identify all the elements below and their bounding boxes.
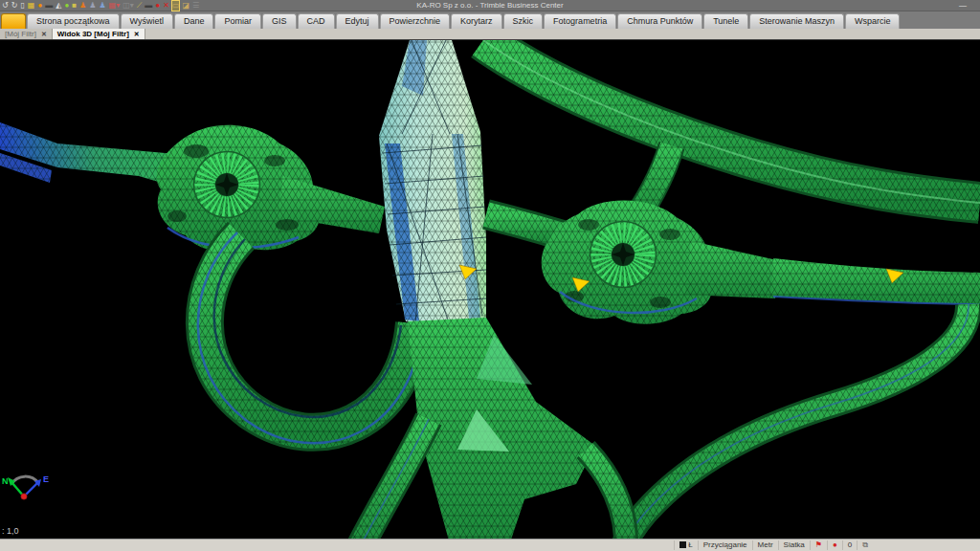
ribbon-tab-powierzchnie[interactable]: Powierzchnie (380, 13, 451, 29)
ribbon-tab-strona-poczatkowa[interactable]: Strona początkowa (27, 13, 120, 29)
cube-icon[interactable]: ■ (72, 1, 77, 11)
southwest-loop-ramp-mesh (198, 232, 422, 443)
record-status-icon[interactable]: ● (827, 540, 842, 550)
quick-access-toolbar: ↺ ↻ ▯ ▦ ● ▬ ◭ ● ■ ♟ ♟ ♟ ▦▾ ◫▾ ⟋ ▬ ● ✕ ▭ … (2, 0, 199, 11)
device-pane-icon[interactable]: ▬ (45, 1, 53, 11)
document-tab-bar: [Mój Filtr] ✕ Widok 3D [Mój Filtr] ✕ (0, 29, 980, 40)
ribbon-tab-sterowanie-maszyn[interactable]: Sterowanie Maszyn (749, 13, 844, 29)
document-tab-label: Widok 3D [Mój Filtr] (57, 30, 129, 38)
group-icon[interactable]: ♟ (89, 1, 96, 11)
vertical-exaggeration-readout: : 1,0 (2, 526, 19, 536)
new-project-icon[interactable]: ▯ (20, 1, 24, 11)
axis-north-label: N (2, 476, 9, 486)
view-3d-canvas[interactable]: N E : 1,0 (0, 40, 980, 539)
app-menu-button[interactable] (1, 13, 26, 29)
pane-layout-icon[interactable]: ⧉ (857, 540, 873, 550)
drafting-icon[interactable]: ◭ (56, 1, 61, 11)
axis-east-label: E (43, 474, 49, 484)
ribbon-tab-gis[interactable]: GIS (262, 13, 297, 29)
import-icon[interactable]: ● (37, 1, 42, 11)
ribbon-tab-fotogrametria[interactable]: Fotogrametria (544, 13, 616, 29)
ribbon-tab-row: Strona początkowa Wyświetl Dane Pomiar G… (0, 11, 980, 29)
ribbon-tab-korytarz[interactable]: Korytarz (451, 13, 502, 29)
close-icon[interactable]: ✕ (41, 31, 47, 38)
ribbon-tab-edytuj[interactable]: Edytuj (336, 13, 379, 29)
ribbon-tab-tunele[interactable]: Tunele (703, 13, 748, 29)
ribbon-tab-wsparcie[interactable]: Wsparcie (845, 13, 901, 29)
layer-label: Ł (688, 540, 692, 549)
status-bar: Ł Przyciąganie Metr Siatka ⚑ ● 0 ⧉ (0, 539, 980, 551)
flag-icon[interactable]: ⚑ (810, 540, 827, 550)
record-icon[interactable]: ● (155, 1, 160, 11)
document-tab-moj-filtr[interactable]: [Mój Filtr] ✕ (0, 29, 53, 39)
team-icon[interactable]: ♟ (99, 1, 105, 11)
minimize-button[interactable]: — (957, 1, 969, 10)
northeast-ramp-mesh (483, 40, 980, 224)
axis-orientation-gizmo: N E (2, 474, 49, 499)
view-grid-dropdown-icon[interactable]: ▦▾ (109, 1, 121, 11)
close-icon[interactable]: ✕ (134, 31, 140, 38)
save-icon[interactable]: ▦ (28, 1, 35, 11)
layer-color-swatch (679, 541, 686, 548)
ribbon-tab-wyswietl[interactable]: Wyświetl (121, 13, 173, 29)
layer-indicator[interactable]: Ł (674, 540, 698, 550)
document-tab-label: [Mój Filtr] (5, 30, 36, 38)
document-tab-widok-3d[interactable]: Widok 3D [Mój Filtr] ✕ (53, 29, 145, 39)
notification-count[interactable]: 0 (842, 540, 857, 550)
interchange-surface-model[interactable]: N E : 1,0 (0, 40, 980, 539)
list-icon[interactable]: ☰ (192, 1, 199, 11)
ribbon-tab-cad[interactable]: CAD (298, 13, 335, 29)
ribbon-tab-chmura-punktow[interactable]: Chmura Punktów (617, 13, 702, 29)
select-rectangle-icon[interactable]: ▭ (172, 1, 180, 11)
ribbon-tab-dane[interactable]: Dane (174, 13, 214, 29)
scene-icon[interactable]: ◪ (182, 1, 189, 11)
delete-icon[interactable]: ✕ (163, 1, 169, 11)
right-roundabout-mesh (542, 200, 777, 323)
point-icon[interactable]: ● (64, 1, 69, 11)
grid-toggle[interactable]: Siatka (778, 540, 810, 550)
trimble-business-center-window: ↺ ↻ ▯ ▦ ● ▬ ◭ ● ■ ♟ ♟ ♟ ▦▾ ◫▾ ⟋ ▬ ● ✕ ▭ … (0, 0, 980, 551)
ribbon-tab-pomiar[interactable]: Pomiar (214, 13, 261, 29)
ribbon-tab-szkic[interactable]: Szkic (503, 13, 544, 29)
bridge-corridor-mesh (379, 40, 486, 327)
left-roundabout-mesh (157, 125, 385, 251)
screen-icon[interactable]: ▬ (145, 1, 152, 11)
title-bar: ↺ ↻ ▯ ▦ ● ▬ ◭ ● ■ ♟ ♟ ♟ ▦▾ ◫▾ ⟋ ▬ ● ✕ ▭ … (0, 0, 980, 11)
zoom-dropdown-icon[interactable]: ◫▾ (122, 1, 134, 11)
person-icon[interactable]: ♟ (79, 1, 86, 11)
unit-indicator[interactable]: Metr (752, 540, 778, 550)
snapping-toggle[interactable]: Przyciąganie (698, 540, 752, 550)
sketch-line-icon[interactable]: ⟋ (137, 1, 143, 11)
redo-icon[interactable]: ↻ (11, 1, 18, 11)
undo-icon[interactable]: ↺ (2, 1, 9, 11)
status-bar-spacer (873, 540, 980, 550)
